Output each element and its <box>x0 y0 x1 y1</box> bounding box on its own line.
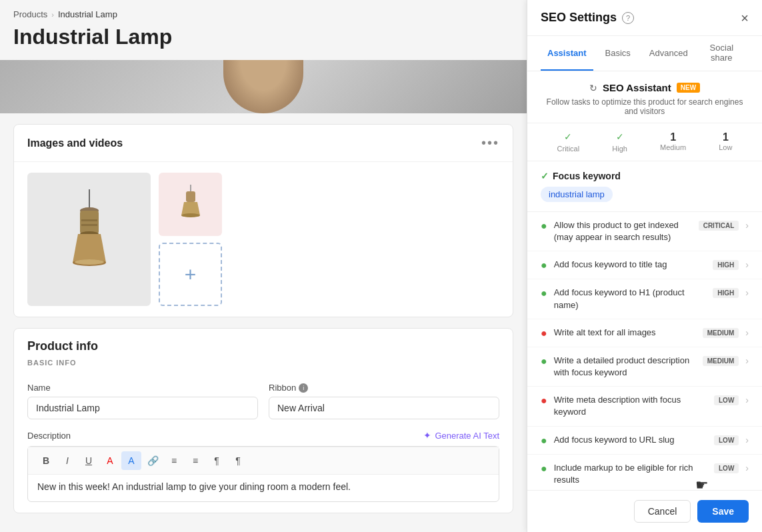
left-panel: Products › Industrial Lamp Industrial La… <box>0 0 527 532</box>
stat-medium: 1 Medium <box>660 131 686 153</box>
task-desc-badge: MEDIUM <box>703 356 739 366</box>
task-h1-chevron[interactable]: › <box>745 287 749 298</box>
new-badge: NEW <box>677 83 700 93</box>
task-h1-text: Add focus keyword to H1 (product name) <box>554 287 707 311</box>
seo-panel-header: SEO Settings ? × <box>527 0 762 36</box>
images-card-title: Images and videos <box>27 137 123 149</box>
critical-check-icon: ✓ <box>557 131 580 142</box>
underline-button[interactable]: U <box>79 451 99 470</box>
ordered-list-button[interactable]: ≡ <box>185 451 205 470</box>
hero-image <box>0 60 527 113</box>
focus-keyword-check-icon: ✓ <box>541 171 549 181</box>
link-button[interactable]: 🔗 <box>143 451 163 470</box>
task-item-h1: ● Add focus keyword to H1 (product name)… <box>527 279 762 319</box>
name-field-group: Name <box>27 383 258 419</box>
ribbon-input[interactable] <box>269 397 499 419</box>
add-image-button[interactable]: + <box>159 243 222 306</box>
svg-rect-4 <box>81 224 97 226</box>
align-left-button[interactable]: ¶ <box>207 451 227 470</box>
small-lamp-illustration <box>177 185 204 225</box>
task-rich-text: Include markup to be eligible for rich r… <box>554 462 707 486</box>
breadcrumb: Products › Industrial Lamp <box>0 0 527 25</box>
images-section: + <box>14 162 513 317</box>
name-input[interactable] <box>27 397 258 419</box>
task-item-url-slug: ● Add focus keyword to URL slug LOW › <box>527 427 762 455</box>
task-rich-chevron[interactable]: › <box>745 463 749 473</box>
plus-icon: + <box>185 263 197 286</box>
task-list: ● Allow this product to get indexed (may… <box>527 212 762 490</box>
breadcrumb-products-link[interactable]: Products <box>13 9 47 19</box>
images-card-header: Images and videos ••• <box>14 125 513 162</box>
task-item-description: ● Write a detailed product description w… <box>527 347 762 387</box>
font-color-button[interactable]: A <box>100 451 120 470</box>
tab-social-share[interactable]: Social share <box>700 36 743 71</box>
task-rich-badge: LOW <box>714 463 739 473</box>
task-meta-text: Write meta description with focus keywor… <box>554 394 707 418</box>
task-title-chevron[interactable]: › <box>745 259 749 270</box>
keyword-chip[interactable]: industrial lamp <box>541 187 613 202</box>
high-check-icon: ✓ <box>612 131 627 142</box>
task-alt-badge: MEDIUM <box>703 328 739 338</box>
description-editor[interactable]: New in this week! An industrial lamp to … <box>28 475 499 501</box>
svg-point-10 <box>181 213 200 217</box>
focus-keyword-title: ✓ Focus keyword <box>541 171 749 181</box>
stat-high: ✓ High <box>612 131 627 153</box>
tab-assistant[interactable]: Assistant <box>541 36 593 71</box>
assistant-description: Follow tasks to optimize this product fo… <box>541 97 749 116</box>
seo-footer: Cancel Save <box>527 490 762 532</box>
main-product-image[interactable] <box>27 173 151 306</box>
italic-button[interactable]: I <box>57 451 77 470</box>
save-button[interactable]: Save <box>697 500 749 523</box>
cancel-button[interactable]: Cancel <box>634 500 691 523</box>
task-alt-chevron[interactable]: › <box>745 327 749 338</box>
task-url-status-icon: ● <box>541 435 547 447</box>
task-url-text: Add focus keyword to URL slug <box>554 434 707 446</box>
generate-ai-text-button[interactable]: ✦ Generate AI Text <box>423 430 499 441</box>
task-title-status-icon: ● <box>541 259 547 271</box>
ribbon-label: Ribbon <box>269 383 296 393</box>
task-desc-chevron[interactable]: › <box>745 355 749 366</box>
seo-panel-title: SEO Settings <box>541 11 617 25</box>
task-meta-chevron[interactable]: › <box>745 395 749 405</box>
task-alt-text: Write alt text for all images <box>554 327 696 339</box>
editor-toolbar: B I U A A 🔗 ≡ ≡ ¶ ¶ <box>28 447 499 475</box>
seo-title-row: SEO Settings ? <box>541 11 634 25</box>
task-meta-status-icon: ● <box>541 395 547 407</box>
ai-sparkle-icon: ✦ <box>423 430 431 441</box>
tab-basics[interactable]: Basics <box>599 36 637 71</box>
low-count: 1 <box>719 131 732 143</box>
critical-label: Critical <box>557 145 580 153</box>
main-content: Images and videos ••• <box>0 124 527 513</box>
tab-advanced[interactable]: Advanced <box>643 36 695 71</box>
ai-button-label: Generate AI Text <box>435 431 499 441</box>
high-label: High <box>612 145 627 153</box>
task-desc-status-icon: ● <box>541 355 547 367</box>
ribbon-info-icon[interactable]: i <box>299 383 308 393</box>
lamp-illustration <box>66 189 113 289</box>
svg-point-7 <box>75 259 104 265</box>
task-url-badge: LOW <box>714 435 739 445</box>
refresh-icon[interactable]: ↻ <box>589 83 597 93</box>
secondary-product-image[interactable] <box>159 173 222 236</box>
highlight-button[interactable]: A <box>121 451 141 470</box>
task-indexed-chevron[interactable]: › <box>745 220 749 231</box>
task-url-chevron[interactable]: › <box>745 435 749 445</box>
task-item-indexed: ● Allow this product to get indexed (may… <box>527 212 762 251</box>
align-right-button[interactable]: ¶ <box>228 451 248 470</box>
unordered-list-button[interactable]: ≡ <box>164 451 184 470</box>
bold-button[interactable]: B <box>36 451 56 470</box>
seo-settings-panel: SEO Settings ? × Assistant Basics Advanc… <box>527 0 762 532</box>
name-ribbon-row: Name Ribbon i <box>14 375 513 427</box>
svg-rect-2 <box>80 211 99 234</box>
low-label: Low <box>719 143 732 151</box>
images-more-options[interactable]: ••• <box>481 135 499 151</box>
product-info-card: Product info BASIC INFO Name Ribbon i De… <box>13 328 513 513</box>
seo-close-button[interactable]: × <box>741 11 749 25</box>
task-alt-status-icon: ● <box>541 327 547 339</box>
seo-help-icon[interactable]: ? <box>622 12 634 24</box>
description-label: Description <box>27 431 71 441</box>
product-info-title: Product info <box>14 329 513 356</box>
page-title: Industrial Lamp <box>0 25 527 60</box>
breadcrumb-separator: › <box>51 11 54 19</box>
assistant-title: SEO Assistant <box>603 82 671 93</box>
